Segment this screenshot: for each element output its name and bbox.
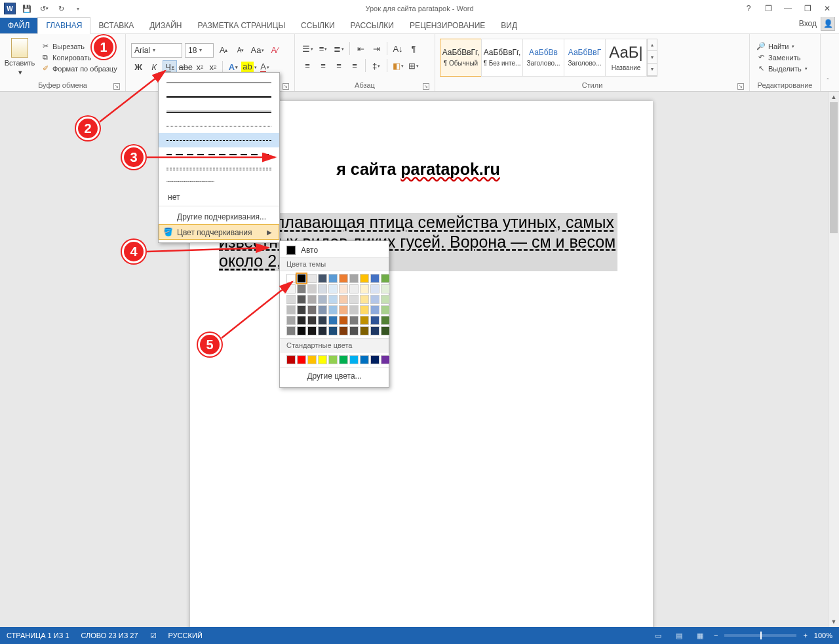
proofing-icon[interactable]: ☑ (150, 632, 157, 640)
theme-color-swatch[interactable] (370, 284, 380, 294)
qa-undo-icon[interactable]: ↺▾ (38, 3, 50, 14)
zoom-level[interactable]: 100% (814, 632, 832, 639)
language-status[interactable]: РУССКИЙ (168, 632, 203, 639)
styles-gallery[interactable]: АаБбВвГг,¶ ОбычныйАаБбВвГг,¶ Без инте...… (438, 36, 660, 79)
font-size-combo[interactable]: 18▾ (185, 43, 214, 58)
borders-button[interactable]: ⊞▾ (406, 59, 421, 73)
tab-insert[interactable]: ВСТАВКА (90, 18, 142, 33)
qa-redo-icon[interactable]: ↻ (55, 3, 67, 14)
theme-color-swatch[interactable] (349, 284, 359, 294)
other-colors[interactable]: Другие цвета... (280, 367, 389, 385)
font-name-combo[interactable]: Arial▾ (131, 43, 182, 58)
styles-dialog-launcher[interactable]: ↘ (737, 83, 744, 90)
theme-color-swatch[interactable] (381, 305, 390, 314)
standard-color-swatch[interactable] (318, 355, 327, 364)
theme-color-swatch[interactable] (307, 326, 317, 335)
theme-color-swatch[interactable] (318, 274, 327, 283)
theme-color-swatch[interactable] (286, 284, 296, 294)
theme-color-swatch[interactable] (307, 316, 317, 325)
scroll-thumb[interactable] (830, 102, 838, 233)
bold-button[interactable]: Ж (131, 60, 146, 75)
theme-color-swatch[interactable] (360, 305, 369, 314)
close-button[interactable]: ✕ (821, 2, 834, 15)
theme-color-swatch[interactable] (318, 326, 327, 335)
zoom-in-button[interactable]: + (803, 632, 807, 639)
theme-color-swatch[interactable] (318, 316, 327, 325)
color-auto[interactable]: Авто (280, 244, 389, 257)
theme-color-swatch[interactable] (339, 284, 348, 294)
theme-color-swatch[interactable] (360, 274, 369, 283)
theme-color-swatch[interactable] (297, 274, 306, 283)
underline-none[interactable]: нет (159, 191, 279, 204)
theme-color-swatch[interactable] (297, 316, 306, 325)
theme-color-swatch[interactable] (370, 316, 380, 325)
bullets-button[interactable]: ☰▾ (300, 42, 315, 56)
styles-scroll-1[interactable]: ▾ (648, 51, 657, 64)
style-tile-0[interactable]: АаБбВвГг,¶ Обычный (440, 39, 482, 77)
tab-home[interactable]: ГЛАВНАЯ (37, 17, 90, 34)
ribbon-display-button[interactable]: ❐ (762, 2, 775, 15)
theme-color-swatch[interactable] (328, 316, 338, 325)
tab-review[interactable]: РЕЦЕНЗИРОВАНИЕ (402, 18, 493, 33)
theme-color-swatch[interactable] (370, 295, 380, 304)
word-count[interactable]: СЛОВО 23 ИЗ 27 (81, 632, 138, 639)
standard-color-swatch[interactable] (328, 355, 338, 364)
theme-color-swatch[interactable] (370, 274, 380, 283)
line-spacing-button[interactable]: ‡▾ (369, 59, 383, 73)
theme-color-swatch[interactable] (370, 326, 380, 335)
theme-color-swatch[interactable] (307, 305, 317, 314)
multilevel-button[interactable]: ≣▾ (332, 42, 346, 56)
web-layout-button[interactable]: ▦ (693, 630, 707, 641)
grow-font-button[interactable]: A▴ (216, 43, 231, 58)
vertical-scrollbar[interactable]: ▲ ▼ (828, 92, 839, 627)
shading-button[interactable]: ◧▾ (391, 59, 405, 73)
replace-button[interactable]: ↶Заменить (756, 53, 808, 62)
underline-color-menu-item[interactable]: 🪣 Цвет подчеркивания ▶ (159, 224, 279, 240)
theme-color-swatch[interactable] (286, 326, 296, 335)
underline-style-wave[interactable] (159, 176, 279, 191)
qa-customize-icon[interactable]: ▾ (72, 3, 84, 14)
theme-color-swatch[interactable] (286, 274, 296, 283)
restore-button[interactable]: ❐ (801, 2, 814, 15)
theme-color-swatch[interactable] (360, 284, 369, 294)
standard-color-swatch[interactable] (297, 355, 306, 364)
tab-view[interactable]: ВИД (493, 18, 525, 33)
theme-color-swatch[interactable] (360, 326, 369, 335)
theme-color-swatch[interactable] (349, 295, 359, 304)
theme-color-swatch[interactable] (360, 316, 369, 325)
underline-style-dash-double[interactable] (159, 162, 279, 176)
theme-color-swatch[interactable] (307, 295, 317, 304)
scroll-down-icon[interactable]: ▼ (829, 616, 839, 627)
paste-button[interactable]: Вставить ▾ (3, 38, 37, 77)
show-marks-button[interactable]: ¶ (406, 42, 421, 56)
standard-color-swatch[interactable] (286, 355, 296, 364)
underline-style-dash-long[interactable] (159, 147, 279, 162)
tab-file[interactable]: ФАЙЛ (0, 18, 37, 33)
read-mode-button[interactable]: ▭ (651, 630, 665, 641)
align-right-button[interactable]: ≡ (332, 59, 346, 73)
theme-color-swatch[interactable] (318, 305, 327, 314)
theme-color-swatch[interactable] (328, 305, 338, 314)
outdent-button[interactable]: ⇤ (353, 42, 368, 56)
standard-color-swatch[interactable] (381, 355, 390, 364)
standard-color-swatch[interactable] (307, 355, 317, 364)
standard-color-swatch[interactable] (360, 355, 369, 364)
theme-color-swatch[interactable] (381, 316, 390, 325)
indent-button[interactable]: ⇥ (369, 42, 383, 56)
numbering-button[interactable]: ≡▾ (316, 42, 330, 56)
theme-color-swatch[interactable] (381, 295, 390, 304)
underline-style-dotted[interactable] (159, 119, 279, 133)
minimize-button[interactable]: — (781, 2, 794, 15)
change-case-button[interactable]: Aa▾ (250, 43, 265, 58)
theme-color-swatch[interactable] (286, 305, 296, 314)
theme-color-swatch[interactable] (339, 295, 348, 304)
underline-style-solid[interactable] (159, 75, 279, 90)
clipboard-dialog-launcher[interactable]: ↘ (113, 83, 120, 90)
theme-color-swatch[interactable] (339, 326, 348, 335)
tab-layout[interactable]: РАЗМЕТКА СТРАНИЦЫ (190, 18, 294, 33)
theme-color-swatch[interactable] (328, 326, 338, 335)
theme-color-swatch[interactable] (328, 295, 338, 304)
style-tile-2[interactable]: АаБбВвЗаголово... (522, 39, 564, 77)
qa-save-icon[interactable]: 💾 (21, 3, 33, 14)
standard-color-swatch[interactable] (370, 355, 380, 364)
